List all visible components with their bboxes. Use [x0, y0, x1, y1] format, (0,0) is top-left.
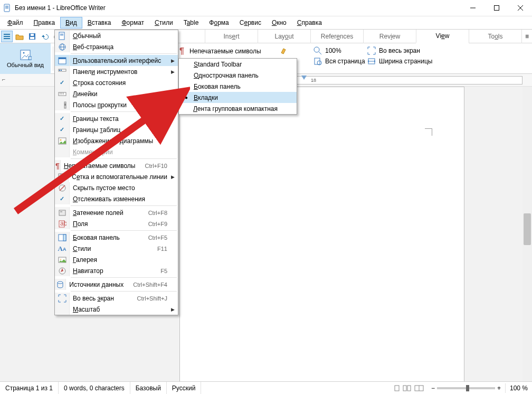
svg-rect-1: [5, 6, 8, 6]
svg-rect-38: [59, 70, 60, 71]
ribbon-tab-layout[interactable]: Layout: [258, 30, 310, 43]
save-icon[interactable]: [26, 31, 38, 42]
menu-правка[interactable]: Правка: [28, 17, 61, 29]
submenu-item[interactable]: ●Вкладки: [179, 92, 297, 103]
menu-вид[interactable]: Вид: [60, 17, 82, 29]
svg-rect-31: [60, 35, 63, 35]
fullscreen-button[interactable]: Во весь экран: [367, 46, 432, 55]
view-single-icon[interactable]: [393, 384, 401, 392]
svg-rect-30: [60, 34, 63, 34]
ribbon-tab-insert[interactable]: Insert: [205, 30, 258, 43]
menu-item[interactable]: Веб-страница: [55, 41, 178, 52]
ribbon-more-icon[interactable]: ≡: [521, 30, 532, 43]
menu-item[interactable]: Галерея: [55, 254, 178, 265]
page[interactable]: [179, 87, 464, 381]
vertical-scrollbar[interactable]: [522, 87, 532, 381]
close-button[interactable]: [508, 0, 532, 16]
menu-item[interactable]: Во весь экранCtrl+Shift+J: [55, 293, 178, 304]
zoom-slider[interactable]: [437, 387, 495, 389]
view-multi-icon[interactable]: [403, 384, 412, 392]
svg-rect-55: [59, 210, 65, 215]
menu-item[interactable]: Сетка и вспомогательные линии▶: [55, 171, 178, 182]
zoom-out-icon[interactable]: −: [431, 384, 435, 392]
maximize-button[interactable]: [484, 0, 508, 16]
menu-item[interactable]: НавигаторF5: [55, 265, 178, 276]
menu-item[interactable]: Обычный: [55, 30, 178, 41]
quick-menu-button[interactable]: [1, 31, 13, 42]
view-menu-dropdown: ОбычныйВеб-страницаПользовательский инте…: [54, 30, 178, 315]
ribbon-tab-tools[interactable]: Tools: [469, 30, 521, 43]
zoom-icon: [314, 46, 322, 55]
formatting-marks-label[interactable]: Непечатаемые символы: [189, 48, 261, 55]
submenu-item[interactable]: Боковая панель: [179, 81, 297, 92]
ribbon-tab-review[interactable]: Review: [363, 30, 416, 43]
user-interface-submenu: Standard ToolbarОднострочная панельБоков…: [178, 58, 297, 115]
menu-форма[interactable]: Форма: [204, 17, 234, 29]
menu-item[interactable]: Линейки▶: [55, 88, 178, 99]
menu-item[interactable]: ¶Непечатаемые символыCtrl+F10: [55, 160, 178, 171]
svg-rect-36: [59, 58, 66, 59]
svg-rect-2: [5, 7, 8, 7]
submenu-item[interactable]: Лента групповая компактная: [179, 103, 297, 114]
menu-item[interactable]: Источники данныхCtrl+Shift+F4: [55, 279, 178, 290]
menu-item[interactable]: AAСтилиF11: [55, 243, 178, 254]
svg-rect-45: [64, 104, 66, 106]
menu-item[interactable]: abПоляCtrl+F9: [55, 218, 178, 229]
menu-item[interactable]: ✓Отслеживать изменения: [55, 193, 178, 204]
open-icon[interactable]: [14, 31, 25, 42]
menu-item[interactable]: Боковая панельCtrl+F5: [55, 232, 178, 243]
svg-rect-16: [28, 57, 32, 60]
minimize-button[interactable]: [461, 0, 484, 16]
menu-item[interactable]: Масштаб▶: [55, 304, 178, 315]
submenu-item[interactable]: Однострочная панель: [179, 70, 297, 81]
status-language[interactable]: Русский: [167, 382, 202, 394]
writer-doc-icon: [3, 4, 12, 12]
menu-item[interactable]: Пользовательский интерфейс▶: [55, 55, 178, 66]
svg-point-62: [60, 259, 61, 260]
menu-сервис[interactable]: Сервис: [234, 17, 267, 29]
menu-вставка[interactable]: Вставка: [82, 17, 117, 29]
status-style[interactable]: Базовый: [130, 382, 167, 394]
menu-окно[interactable]: Окно: [267, 17, 292, 29]
field-icon: ab: [55, 218, 70, 229]
whole-page-button[interactable]: Вся страница: [314, 57, 365, 65]
highlight-icon[interactable]: [280, 46, 288, 55]
page-width-button[interactable]: Ширина страницы: [367, 57, 432, 65]
menu-item[interactable]: Затенение полейCtrl+F8: [55, 207, 178, 218]
svg-rect-56: [60, 211, 62, 212]
menu-item[interactable]: ✓Строка состояния: [55, 77, 178, 88]
svg-rect-39: [61, 70, 62, 71]
menu-справка[interactable]: Справка: [292, 17, 327, 29]
scrollbar-thumb[interactable]: [524, 213, 531, 245]
normal-view-button[interactable]: Обычный вид: [0, 43, 51, 74]
menu-файл[interactable]: Файл: [2, 17, 28, 29]
zoom-100-button[interactable]: 100%: [314, 46, 365, 55]
menu-стили[interactable]: Стили: [149, 17, 178, 29]
menu-item[interactable]: Скрыть пустое место: [55, 182, 178, 193]
menu-item[interactable]: Панели инструментов▶: [55, 66, 178, 77]
ribbon-tab-view[interactable]: View: [416, 30, 469, 43]
menu-table[interactable]: Table: [178, 17, 204, 29]
undo-icon[interactable]: [39, 31, 51, 42]
normal-view-label: Обычный вид: [7, 62, 44, 68]
menu-item[interactable]: Изображения и диаграммы: [55, 135, 178, 146]
fullscreen-icon: [367, 46, 376, 55]
submenu-arrow-icon: ▶: [171, 69, 175, 74]
globe-icon: [55, 41, 70, 52]
svg-rect-29: [59, 32, 64, 40]
submenu-item[interactable]: Standard Toolbar: [179, 59, 297, 70]
status-page[interactable]: Страница 1 из 1: [0, 382, 59, 394]
ribbon-tab-references[interactable]: References: [310, 30, 363, 43]
menu-item[interactable]: Полосы прокрутки▶: [55, 99, 178, 110]
zoom-percent[interactable]: 100 %: [510, 384, 528, 392]
menu-item[interactable]: ✓Границы таблиц: [55, 124, 178, 135]
styles-icon: AA: [55, 243, 70, 254]
image-icon: [55, 135, 70, 146]
view-book-icon[interactable]: [414, 384, 424, 392]
zoom-in-icon[interactable]: +: [497, 384, 501, 392]
menu-item[interactable]: ✓Границы текста: [55, 113, 178, 124]
margin-corner-icon: [425, 128, 432, 136]
status-words[interactable]: 0 words, 0 characters: [59, 382, 130, 394]
menu-формат[interactable]: Формат: [116, 17, 149, 29]
ui-icon: [55, 55, 70, 66]
